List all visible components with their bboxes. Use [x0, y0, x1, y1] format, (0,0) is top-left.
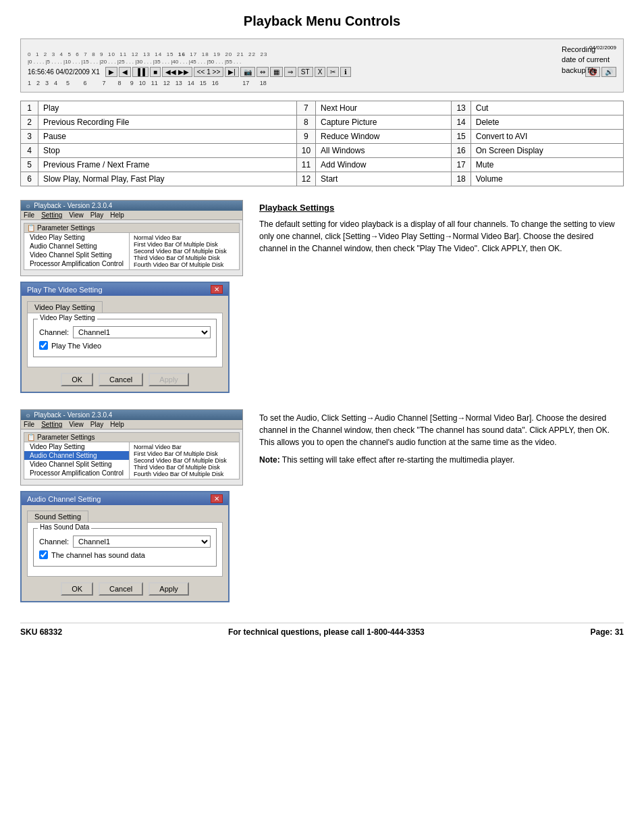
menu-setting-1[interactable]: Setting [41, 211, 62, 219]
sub-item-second-2[interactable]: Second Video Bar Of Multiple Disk [134, 457, 227, 464]
ctrl-num-2: 2 [21, 115, 38, 130]
menu-video-play[interactable]: Video Play Setting [24, 233, 129, 242]
reduce-win-btn[interactable]: ⇔ [257, 67, 269, 77]
table-row: 2 Previous Recording File 8 Capture Pict… [21, 115, 624, 130]
footer-phone: 1-800-444-3353 [367, 627, 424, 637]
pause-btn[interactable]: ▐▐ [132, 67, 149, 77]
playback-app-screenshot: ☼ Playback - Version 2.3.0.4 File Settin… [20, 200, 243, 276]
footer-page-label: Page: [591, 627, 613, 637]
ctrl-num-8: 8 [296, 115, 315, 130]
channel-label-1: Channel: [39, 328, 69, 336]
channel-field-row-1: Channel: Channel1 [39, 322, 211, 338]
x-btn[interactable]: X [315, 67, 326, 77]
sound-label: The channel has sound data [51, 551, 145, 559]
menu-help-2[interactable]: Help [110, 421, 124, 428]
ctrl-label-4: Stop [38, 144, 297, 158]
playback-settings-desc: Playback Settings The default setting fo… [259, 200, 624, 260]
channel-select-2[interactable]: Channel1 [73, 536, 211, 548]
submenu-area-2: Video Play Setting Audio Channel Setting… [24, 442, 239, 479]
ctrl-label-7: Next Hour [316, 101, 452, 115]
table-row: 4 Stop 10 All Windows 16 On Screen Displ… [21, 144, 624, 158]
menu-processor[interactable]: Processor Amplification Control [24, 259, 129, 268]
menu-processor-2[interactable]: Processor Amplification Control [24, 469, 129, 477]
dialog-cancel-btn-2[interactable]: Cancel [99, 582, 143, 596]
table-row: 1 Play 7 Next Hour 13 Cut [21, 101, 624, 115]
audio-settings-text: To set the Audio, Click Setting→Audio Ch… [259, 412, 624, 448]
toolbar-date: 04/02/2009 [28, 45, 616, 51]
dialog-body-1: Video Play Setting Video Play Setting Ch… [22, 296, 228, 392]
prev-next-frame-btn[interactable]: ◀◀ ▶▶ [162, 67, 192, 77]
ctrl-num-4: 4 [21, 144, 38, 158]
add-win-btn[interactable]: ⇒ [284, 67, 296, 77]
sub-item-third[interactable]: Third Video Bar Of Multiple Disk [134, 255, 227, 261]
menu-video-split-2[interactable]: Video Channel Split Setting [24, 460, 129, 469]
dialog-close-btn-1[interactable]: ✕ [211, 285, 223, 294]
menu-audio-channel[interactable]: Audio Channel Setting [24, 242, 129, 251]
dialog-ok-btn-2[interactable]: OK [61, 582, 93, 596]
ctrl-num-9: 9 [296, 130, 315, 144]
next-hour-btn[interactable]: ▶| [225, 67, 239, 77]
channel-field-row-2: Channel: Channel1 [39, 531, 211, 548]
ctrl-label-5: Previous Frame / Next Frame [38, 158, 297, 172]
menu-video-play-2[interactable]: Video Play Setting [24, 442, 129, 451]
menu-view-1[interactable]: View [69, 211, 84, 219]
menu-help-1[interactable]: Help [110, 211, 124, 219]
slow-norm-fast-btn[interactable]: << 1 >> [194, 67, 223, 77]
sub-item-normal[interactable]: Normal Video Bar [134, 234, 227, 241]
all-win-btn[interactable]: ▦ [270, 67, 283, 77]
dialog-close-btn-2[interactable]: ✕ [211, 494, 223, 503]
play-video-checkbox[interactable] [39, 341, 48, 350]
sub-item-normal-2[interactable]: Normal Video Bar [134, 444, 227, 450]
footer-page: Page: 31 [591, 627, 624, 637]
param-icon: 📋 [27, 224, 35, 232]
ctrl-label-11: Add Window [316, 158, 452, 172]
stop-btn[interactable]: ■ [150, 67, 161, 77]
ctrl-num-10: 10 [296, 144, 315, 158]
app-title-1: Playback - Version 2.3.0.4 [34, 202, 112, 209]
menu-file-1[interactable]: File [24, 211, 34, 219]
sub-item-first-2[interactable]: First Video Bar Of Multiple Disk [134, 450, 227, 457]
sub-item-fourth-2[interactable]: Fourth Video Bar Of Multiple Disk [134, 471, 227, 477]
sub-item-second[interactable]: Second Video Bar Of Multiple Disk [134, 248, 227, 255]
channel-select-1[interactable]: Channel1 [73, 326, 211, 338]
param-title: Parameter Settings [37, 224, 95, 232]
ctrl-label-6: Slow Play, Normal Play, Fast Play [38, 172, 297, 186]
sub-item-first[interactable]: First Video Bar Of Multiple Disk [134, 241, 227, 248]
audio-settings-note: Note: This setting will take effect afte… [259, 454, 624, 466]
controls-table: 1 Play 7 Next Hour 13 Cut 2 Previous Rec… [20, 101, 624, 186]
table-row: 3 Pause 9 Reduce Window 15 Convert to AV… [21, 130, 624, 144]
dialog-title-2: Audio Channel Setting [27, 495, 101, 503]
sub-item-third-2[interactable]: Third Video Bar Of Multiple Disk [134, 464, 227, 471]
sub-item-fourth[interactable]: Fourth Video Bar Of Multiple Disk [134, 261, 227, 268]
dialog-buttons-2: OK Cancel Apply [27, 582, 223, 596]
menu-setting-2[interactable]: Setting [41, 421, 62, 428]
menu-audio-channel-2[interactable]: Audio Channel Setting [24, 451, 129, 460]
dialog-body-2: Sound Setting Has Sound Data Channel: Ch… [22, 505, 228, 601]
dialog-apply-btn-1[interactable]: Apply [149, 373, 189, 386]
cut-btn[interactable]: ✂ [327, 67, 339, 77]
menu-play-2[interactable]: Play [90, 421, 103, 428]
sku-label: SKU [20, 627, 37, 637]
dialog-tab-content-2: Has Sound Data Channel: Channel1 The cha… [27, 522, 223, 577]
menu-video-split[interactable]: Video Channel Split Setting [24, 251, 129, 259]
info-btn[interactable]: ℹ [340, 67, 351, 77]
st-btn[interactable]: ST [298, 67, 313, 77]
page-footer: SKU 68332 For technical questions, pleas… [20, 623, 624, 637]
dialog-cancel-btn-1[interactable]: Cancel [99, 373, 143, 386]
menu-view-2[interactable]: View [69, 421, 84, 428]
dialog-tab-2[interactable]: Sound Setting [27, 511, 88, 522]
dialog-buttons-1: OK Cancel Apply [27, 373, 223, 386]
dialog-ok-btn-1[interactable]: OK [61, 373, 93, 386]
ctrl-label-18: Volume [471, 172, 623, 186]
menu-file-2[interactable]: File [24, 421, 34, 428]
dialog-apply-btn-2[interactable]: Apply [149, 582, 189, 596]
capture-btn[interactable]: 📷 [240, 67, 255, 77]
menu-play-1[interactable]: Play [90, 211, 103, 219]
dialog-tab-1[interactable]: Video Play Setting [27, 301, 103, 313]
toolbar-number-row: 1234 5 6 7 8 910111213141516 17 18 [28, 80, 616, 86]
prev-rec-btn[interactable]: ◀ [119, 67, 131, 77]
sound-checkbox[interactable] [39, 550, 48, 559]
playback-app-screenshot-2: ☼ Playback - Version 2.3.0.4 File Settin… [20, 409, 243, 486]
play-btn[interactable]: ▶ [105, 67, 117, 77]
ctrl-label-14: Delete [471, 115, 623, 130]
